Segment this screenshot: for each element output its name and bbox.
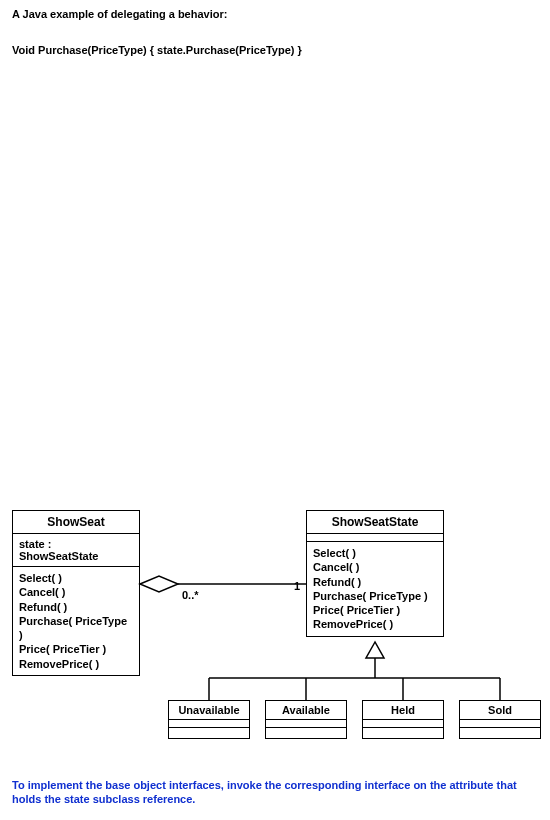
intro-text: A Java example of delegating a behavior: (12, 8, 227, 20)
uml-class-attrs (460, 720, 540, 728)
uml-class-title: Held (363, 701, 443, 720)
uml-connectors (0, 0, 550, 820)
multiplicity-right: 1 (294, 580, 300, 592)
uml-op: Purchase( PriceType ) (313, 589, 437, 603)
uml-op: RemovePrice( ) (313, 617, 437, 631)
uml-class-unavailable: Unavailable (168, 700, 250, 739)
uml-op: Select( ) (313, 546, 437, 560)
uml-class-title: Sold (460, 701, 540, 720)
uml-class-sold: Sold (459, 700, 541, 739)
uml-class-attrs: state : ShowSeatState (13, 534, 139, 567)
uml-op: Purchase( PriceType ) (19, 614, 133, 643)
uml-class-ops (363, 728, 443, 738)
uml-class-held: Held (362, 700, 444, 739)
uml-class-showseatstate: ShowSeatState Select( ) Cancel( ) Refund… (306, 510, 444, 637)
svg-marker-1 (140, 576, 178, 592)
uml-op: Price( PriceTier ) (313, 603, 437, 617)
uml-class-attrs (169, 720, 249, 728)
code-example: Void Purchase(PriceType) { state.Purchas… (12, 44, 302, 56)
uml-class-ops: Select( ) Cancel( ) Refund( ) Purchase( … (307, 542, 443, 636)
uml-class-attrs (307, 534, 443, 542)
uml-op: Cancel( ) (313, 560, 437, 574)
uml-class-ops (169, 728, 249, 738)
uml-class-title: ShowSeat (13, 511, 139, 534)
uml-op: Select( ) (19, 571, 133, 585)
footer-note: To implement the base object interfaces,… (12, 778, 538, 807)
uml-class-ops (460, 728, 540, 738)
multiplicity-left: 0..* (182, 589, 199, 601)
uml-op: RemovePrice( ) (19, 657, 133, 671)
uml-class-attrs (363, 720, 443, 728)
uml-class-available: Available (265, 700, 347, 739)
uml-class-attrs (266, 720, 346, 728)
uml-class-ops (266, 728, 346, 738)
uml-op: Cancel( ) (19, 585, 133, 599)
uml-op: Price( PriceTier ) (19, 642, 133, 656)
uml-class-title: ShowSeatState (307, 511, 443, 534)
uml-class-showseat: ShowSeat state : ShowSeatState Select( )… (12, 510, 140, 676)
uml-class-title: Unavailable (169, 701, 249, 720)
uml-op: Refund( ) (313, 575, 437, 589)
uml-class-ops: Select( ) Cancel( ) Refund( ) Purchase( … (13, 567, 139, 675)
uml-class-title: Available (266, 701, 346, 720)
uml-op: Refund( ) (19, 600, 133, 614)
svg-marker-2 (366, 642, 384, 658)
